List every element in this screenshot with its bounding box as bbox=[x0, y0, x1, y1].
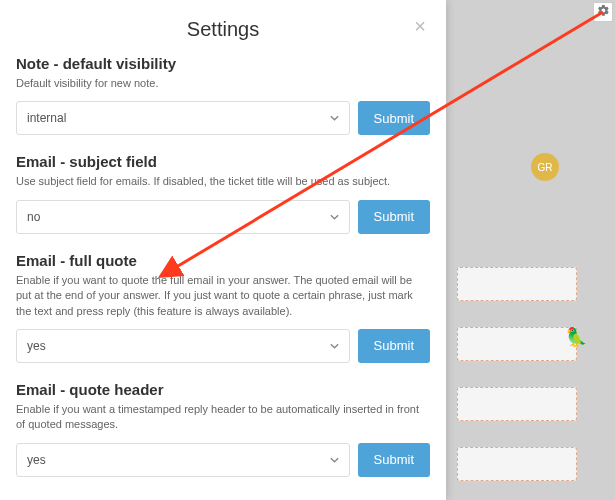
subject-field-select[interactable]: no bbox=[16, 200, 350, 234]
gear-icon bbox=[597, 4, 610, 20]
quote-header-select[interactable]: yes bbox=[16, 443, 350, 477]
bird-icon: 🦜 bbox=[565, 326, 587, 348]
section-note-default-visibility: Note - default visibility Default visibi… bbox=[16, 55, 430, 135]
close-button[interactable]: × bbox=[410, 16, 430, 36]
section-description: Use subject field for emails. If disable… bbox=[16, 174, 430, 189]
bg-placeholder-box bbox=[457, 447, 577, 481]
bg-placeholder-box bbox=[457, 327, 577, 361]
visibility-select[interactable]: internal bbox=[16, 101, 350, 135]
section-email-quote-header: Email - quote header Enable if you want … bbox=[16, 381, 430, 477]
section-title: Email - subject field bbox=[16, 153, 430, 170]
section-description: Enable if you want a timestamped reply h… bbox=[16, 402, 430, 433]
settings-gear-button[interactable] bbox=[593, 2, 613, 22]
section-title: Note - default visibility bbox=[16, 55, 430, 72]
submit-button[interactable]: Submit bbox=[358, 443, 430, 477]
section-title: Email - full quote bbox=[16, 252, 430, 269]
modal-header: Settings × bbox=[16, 12, 430, 55]
bg-placeholder-box bbox=[457, 267, 577, 301]
section-email-full-quote: Email - full quote Enable if you want to… bbox=[16, 252, 430, 363]
full-quote-select[interactable]: yes bbox=[16, 329, 350, 363]
select-value: yes bbox=[27, 339, 46, 353]
select-value: yes bbox=[27, 453, 46, 467]
section-email-subject-field: Email - subject field Use subject field … bbox=[16, 153, 430, 233]
avatar: GR bbox=[531, 153, 559, 181]
section-description: Default visibility for new note. bbox=[16, 76, 430, 91]
submit-button[interactable]: Submit bbox=[358, 200, 430, 234]
modal-title: Settings bbox=[16, 18, 430, 41]
select-value: no bbox=[27, 210, 40, 224]
submit-button[interactable]: Submit bbox=[358, 329, 430, 363]
close-icon: × bbox=[414, 15, 426, 37]
section-title: Email - quote header bbox=[16, 381, 430, 398]
select-value: internal bbox=[27, 111, 66, 125]
bg-placeholder-box bbox=[457, 387, 577, 421]
submit-button[interactable]: Submit bbox=[358, 101, 430, 135]
settings-modal: Settings × Note - default visibility Def… bbox=[0, 0, 446, 500]
section-description: Enable if you want to quote the full ema… bbox=[16, 273, 430, 319]
